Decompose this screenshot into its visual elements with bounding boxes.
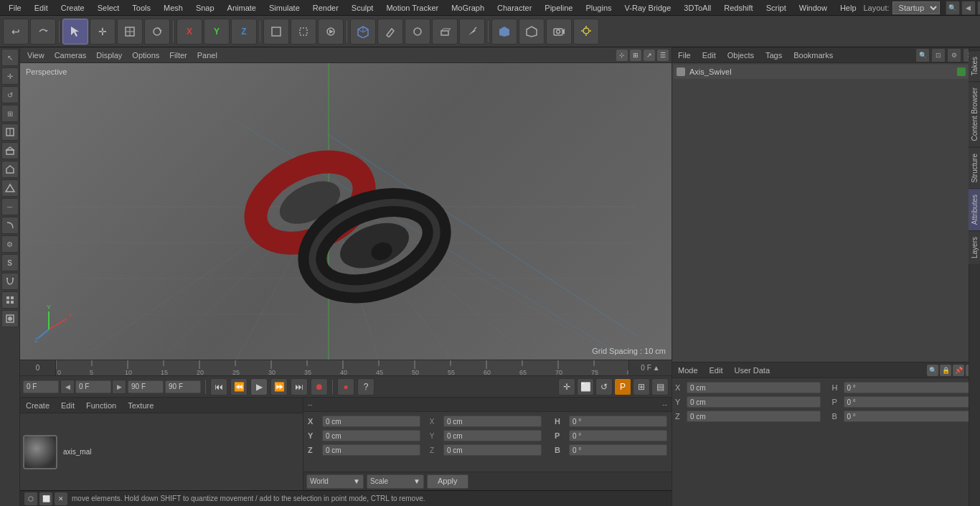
rotate-mode-button[interactable] [144,19,170,44]
coord-z-size[interactable] [443,444,542,456]
coord-x-pos[interactable] [322,416,420,427]
attr-pin-icon[interactable]: 📌 [953,365,964,376]
extrude-button[interactable] [432,19,458,44]
menu-snap[interactable]: Snap [190,2,220,14]
layout-select[interactable]: Startup [892,1,940,14]
attr-search-icon[interactable]: 🔍 [927,365,938,376]
light-button[interactable] [573,19,599,44]
y-axis-button[interactable]: Y [204,19,230,44]
viewport-canvas[interactable]: X Y Z Perspective Grid Spacing : 10 cm [20,63,672,360]
tool-scale2[interactable]: ⊞ [1,105,19,122]
scale-dropdown[interactable]: Scale ▼ [367,474,424,489]
tool-magnet[interactable] [1,273,19,290]
tool-triangle[interactable] [1,179,19,197]
select-mode-button[interactable] [62,19,88,44]
menu-file[interactable]: File [3,2,27,14]
vp-icon-1[interactable]: ⊹ [616,50,628,61]
world-dropdown[interactable]: World ▼ [306,474,364,489]
menu-plugins[interactable]: Plugins [580,2,617,14]
menu-simulate[interactable]: Simulate [263,2,306,14]
go-start-btn[interactable]: ⏮ [210,378,227,395]
coord-y-pos[interactable] [322,430,420,441]
tool-rotate2[interactable]: ↺ [1,86,19,103]
menu-create[interactable]: Create [55,2,90,14]
render-region-button[interactable] [291,19,316,44]
search-icon[interactable]: 🔍 [946,1,960,15]
end-frame-field[interactable]: 90 F [128,380,164,393]
attr-p-field[interactable]: 0 ° [844,396,978,408]
attr-b-field[interactable]: 0 ° [844,411,978,422]
attr-y-pos-field[interactable]: 0 cm [687,396,821,408]
menu-motion-tracker[interactable]: Motion Tracker [380,2,444,14]
obj-objects-btn[interactable]: Objects [725,50,757,61]
step-fwd-btn[interactable]: ⏩ [270,378,288,395]
current-frame-field[interactable]: 0 F [75,380,111,393]
vp-menu-panel[interactable]: Panel [193,50,222,61]
frame-back-btn[interactable]: ◀ [60,380,75,394]
pb-mode2[interactable]: ⬜ [577,378,594,395]
vp-icon-3[interactable]: ↗ [644,50,655,61]
tab-layers[interactable]: Layers [969,230,981,264]
mat-edit-btn[interactable]: Edit [58,400,77,411]
mat-texture-btn[interactable]: Texture [125,400,156,411]
addkey-btn[interactable]: ? [357,378,374,395]
end-frame2-field[interactable]: 90 F [165,380,201,393]
tab-structure[interactable]: Structure [969,147,981,189]
obj-expand-icon[interactable]: ⊡ [931,48,946,62]
menu-vray[interactable]: V-Ray Bridge [619,2,677,14]
obj-bookmarks-btn[interactable]: Bookmarks [791,50,836,61]
attr-lock-icon[interactable]: 🔒 [940,365,951,376]
coord-y-size[interactable] [443,430,542,441]
menu-render[interactable]: Render [307,2,344,14]
menu-tools[interactable]: Tools [126,2,156,14]
vp-menu-filter[interactable]: Filter [165,50,191,61]
tool-unknown4[interactable]: ─ [1,198,19,215]
menu-script[interactable]: Script [760,2,792,14]
menu-mesh[interactable]: Mesh [158,2,189,14]
tool-grid[interactable] [1,291,19,309]
pb-mode3[interactable]: ↺ [595,378,613,395]
undo-button[interactable]: ↩ [3,19,29,44]
status-icon-2[interactable]: ⬜ [39,492,52,505]
obj-file-btn[interactable]: File [675,50,694,61]
tool-stencil[interactable] [1,310,19,327]
coord-b-rot[interactable] [569,444,667,456]
menu-pipeline[interactable]: Pipeline [539,2,578,14]
menu-redshift[interactable]: Redshift [718,2,758,14]
mat-function-btn[interactable]: Function [83,400,119,411]
menu-edit[interactable]: Edit [29,2,54,14]
knife-button[interactable] [459,19,485,44]
frame-fwd-btn[interactable]: ▶ [112,380,126,394]
obj-tags-btn[interactable]: Tags [763,50,785,61]
z-axis-button[interactable]: Z [231,19,257,44]
move-mode-button[interactable]: ✛ [90,19,116,44]
play-btn[interactable]: ▶ [250,378,268,395]
menu-help[interactable]: Help [834,2,862,14]
menu-window[interactable]: Window [793,2,833,14]
attr-x-pos-field[interactable]: 0 cm [687,382,821,393]
tool-crosshair[interactable]: ✛ [1,67,19,85]
vp-menu-options[interactable]: Options [128,50,164,61]
material-thumbnail[interactable] [23,435,57,469]
coord-x-size[interactable] [443,416,542,427]
mat-create-btn[interactable]: Create [23,400,52,411]
menu-animate[interactable]: Animate [222,2,262,14]
x-axis-button[interactable]: X [176,19,202,44]
tab-content-browser[interactable]: Content Browser [969,81,981,146]
tool-unknown2[interactable] [1,142,19,159]
obj-edit-btn[interactable]: Edit [699,50,719,61]
vp-menu-cameras[interactable]: Cameras [50,50,91,61]
coord-z-pos[interactable] [322,444,420,456]
vp-menu-display[interactable]: Display [92,50,126,61]
tool-bend[interactable] [1,217,19,234]
attr-edit-btn[interactable]: Edit [707,365,726,376]
record-btn[interactable]: ⏺ [311,378,328,395]
obj-visible-icon[interactable] [957,67,966,76]
obj-settings-icon[interactable]: ⚙ [947,48,961,62]
tab-attributes[interactable]: Attributes [969,188,981,230]
attr-mode-btn[interactable]: Mode [675,365,701,376]
wireframe-view-button[interactable] [519,19,545,44]
pen-button[interactable] [377,19,403,44]
menu-3dtoall[interactable]: 3DToAll [678,2,717,14]
loop-button[interactable] [405,19,430,44]
